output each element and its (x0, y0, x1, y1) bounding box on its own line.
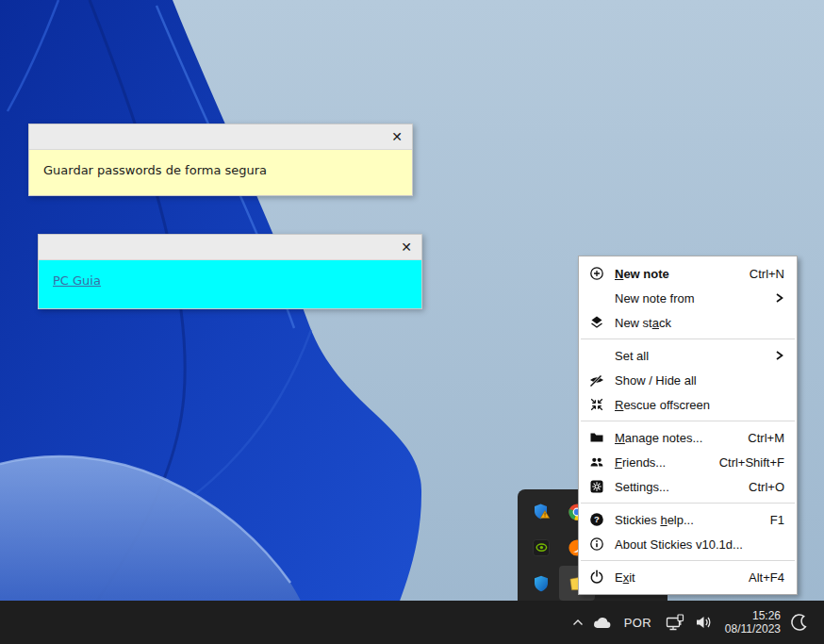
menu-item-new-stack[interactable]: New stack (579, 310, 797, 335)
ethernet-icon (665, 614, 687, 632)
security-warning-tray-icon[interactable] (523, 494, 559, 529)
clock-time: 15:26 (752, 609, 781, 622)
menu-item-settings[interactable]: Settings... Ctrl+O (579, 474, 797, 499)
menu-item-about-stickies[interactable]: About Stickies v10.1d... (579, 532, 797, 556)
power-icon (579, 570, 615, 585)
defender-shield-icon (532, 574, 551, 593)
info-icon (579, 537, 615, 552)
menu-separator (581, 560, 795, 561)
nvidia-icon (532, 538, 551, 557)
submenu-chevron-icon (773, 349, 797, 362)
note-body[interactable]: Guardar passwords de forma segura (29, 150, 412, 195)
network-tray-icon[interactable] (665, 614, 687, 632)
menu-item-rescue-offscreen[interactable]: Rescue offscreen (579, 392, 797, 417)
menu-separator (581, 503, 795, 504)
sticky-note-passwords: ✕ Guardar passwords de forma segura (28, 124, 413, 196)
plus-circle-icon (579, 266, 615, 281)
clock-date: 08/11/2023 (725, 622, 781, 636)
folder-icon (579, 430, 615, 445)
help-icon: ? (579, 512, 615, 527)
note-body[interactable]: PC Guia (39, 260, 421, 308)
menu-separator (581, 421, 795, 421)
menu-item-manage-notes[interactable]: Manage notes... Ctrl+M (579, 425, 797, 450)
menu-item-show-hide-all[interactable]: Show / Hide all (579, 368, 797, 392)
defender-tray-icon[interactable] (523, 566, 559, 601)
menu-item-friends[interactable]: Friends... Ctrl+Shift+F (579, 450, 797, 474)
menu-item-new-note[interactable]: New note Ctrl+N (579, 261, 797, 286)
shield-warning-icon (532, 503, 551, 521)
note-title-bar[interactable]: ✕ (39, 235, 421, 260)
clock[interactable]: 15:26 08/11/2023 (725, 609, 781, 636)
settings-icon (579, 479, 615, 494)
taskbar: POR 15:26 08/11/2023 (0, 601, 824, 644)
menu-item-exit[interactable]: Exit Alt+F4 (579, 565, 797, 589)
menu-item-set-all[interactable]: Set all (579, 343, 797, 368)
moon-icon (790, 613, 809, 632)
language-indicator[interactable]: POR (624, 616, 651, 630)
nvidia-tray-icon[interactable] (523, 530, 559, 565)
onedrive-tray-icon[interactable] (592, 616, 613, 630)
close-icon[interactable]: ✕ (401, 239, 412, 256)
note-link[interactable]: PC Guia (53, 273, 101, 288)
people-icon (579, 454, 615, 470)
close-icon[interactable]: ✕ (391, 128, 403, 145)
note-title-bar[interactable]: ✕ (29, 124, 412, 150)
menu-separator (581, 339, 795, 339)
note-text: Guardar passwords de forma segura (43, 163, 267, 177)
speaker-icon (695, 615, 714, 630)
svg-text:?: ? (594, 514, 600, 524)
volume-tray-icon[interactable] (695, 615, 714, 630)
chevron-up-icon (571, 616, 585, 629)
menu-item-stickies-help[interactable]: ? Stickies help... F1 (579, 507, 797, 532)
submenu-chevron-icon (773, 291, 797, 305)
stack-icon (579, 315, 615, 330)
rescue-offscreen-icon (579, 397, 615, 412)
cloud-icon (592, 616, 613, 630)
do-not-disturb-button[interactable] (790, 613, 809, 632)
show-hidden-icons-button[interactable] (571, 616, 585, 629)
menu-item-new-note-from[interactable]: New note from (579, 286, 797, 310)
sticky-note-pcguia: ✕ PC Guia (38, 234, 422, 309)
shortcut-label: Ctrl+N (750, 267, 797, 281)
stickies-context-menu: New note Ctrl+N New note from New stack … (578, 256, 798, 595)
eye-off-icon (579, 372, 615, 388)
